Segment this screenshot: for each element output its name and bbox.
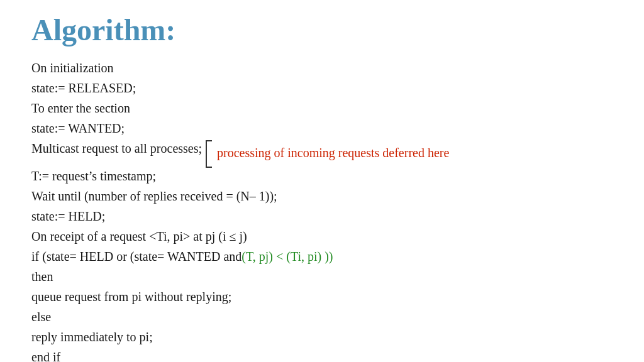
- line-wait: Wait until (number of replies received =…: [31, 187, 613, 206]
- line-then: then: [31, 267, 613, 287]
- line-receipt: On receipt of a request <Ti, pi> at pj (…: [31, 227, 613, 246]
- text-to-enter: To enter the section: [31, 99, 130, 118]
- text-queue: queue request from pi without replying;: [31, 287, 231, 307]
- line-queue: queue request from pi without replying;: [31, 287, 613, 307]
- line-to-enter: To enter the section: [31, 99, 613, 118]
- text-reply: reply immediately to pi;: [31, 327, 153, 347]
- line-state-held: state:= HELD;: [31, 207, 613, 226]
- text-if-prefix: if (state= HELD or (state= WANTED and: [31, 247, 242, 266]
- text-init: On initialization: [31, 58, 114, 78]
- text-multicast: Multicast request to all processes;: [31, 139, 202, 158]
- line-state-wanted: state:= WANTED;: [31, 119, 613, 138]
- annotation-label: processing of incoming requests deferred…: [217, 145, 449, 161]
- text-state-held: state:= HELD;: [31, 207, 105, 226]
- page-title: Algorithm:: [31, 13, 613, 47]
- line-init: On initialization: [31, 58, 613, 78]
- line-timestamp: T:= request’s timestamp;: [31, 167, 613, 186]
- text-state-wanted: state:= WANTED;: [31, 119, 125, 138]
- text-receipt: On receipt of a request <Ti, pi> at pj (…: [31, 227, 247, 246]
- line-multicast: Multicast request to all processes; proc…: [31, 139, 613, 167]
- line-if-condition: if (state= HELD or (state= WANTED and (T…: [31, 247, 613, 266]
- text-end-if: end if: [31, 348, 60, 362]
- text-state-released: state:= RELEASED;: [31, 79, 136, 98]
- text-wait: Wait until (number of replies received =…: [31, 187, 277, 206]
- page-container: Algorithm: On initialization state:= REL…: [31, 13, 613, 362]
- text-timestamp: T:= request’s timestamp;: [31, 167, 156, 186]
- text-if-green: (T, pj) < (Ti, pi) )): [242, 247, 333, 266]
- text-then: then: [31, 267, 53, 287]
- line-reply: reply immediately to pi;: [31, 327, 613, 347]
- line-state-released: state:= RELEASED;: [31, 79, 613, 98]
- annotation-bracket: [206, 140, 212, 168]
- text-else: else: [31, 307, 51, 327]
- algorithm-content: On initialization state:= RELEASED; To e…: [31, 58, 613, 362]
- line-else: else: [31, 307, 613, 327]
- line-end-if: end if: [31, 348, 613, 362]
- annotation-group: processing of incoming requests deferred…: [206, 139, 449, 167]
